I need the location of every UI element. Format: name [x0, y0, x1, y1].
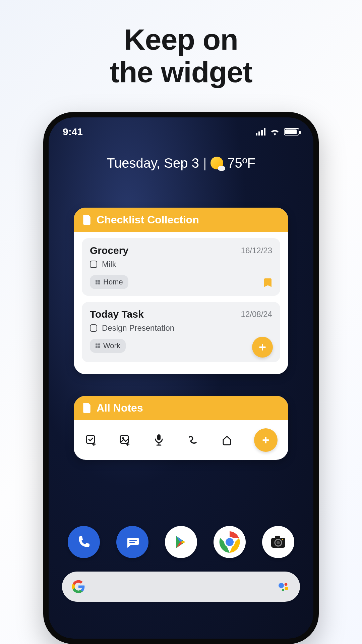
svg-rect-9 — [98, 343, 100, 345]
image-add-icon — [119, 434, 131, 446]
svg-rect-13 — [259, 346, 266, 348]
checklist-widget-header: Checklist Collection — [74, 208, 288, 232]
status-time: 9:41 — [63, 126, 83, 138]
svg-rect-20 — [129, 540, 137, 541]
svg-rect-17 — [157, 434, 161, 440]
svg-point-28 — [277, 541, 280, 544]
note-card-grocery[interactable]: Grocery 16/12/23 Milk Home — [82, 238, 280, 296]
new-note-button[interactable] — [254, 428, 278, 452]
note-title: Today Task — [90, 309, 144, 320]
microphone-icon — [154, 434, 164, 446]
phone-mockup: 9:41 Tuesday, Sep 3 | 75ºF Checklist Col… — [43, 112, 319, 644]
home-icon — [221, 434, 233, 446]
note-checklist-item[interactable]: Design Presentation — [90, 323, 272, 333]
svg-point-32 — [285, 587, 289, 590]
tag-label: Home — [103, 278, 123, 286]
camera-app[interactable] — [262, 526, 294, 558]
status-indicators — [256, 128, 299, 136]
chrome-icon — [218, 530, 242, 554]
phone-home-screen[interactable]: 9:41 Tuesday, Sep 3 | 75ºF Checklist Col… — [49, 117, 313, 639]
date-weather-bar[interactable]: Tuesday, Sep 3 | 75ºF — [49, 156, 313, 171]
app-dock — [49, 526, 313, 558]
headline-line2: the widget — [110, 56, 252, 89]
checklist-add-button[interactable] — [84, 433, 98, 447]
svg-rect-21 — [129, 542, 135, 543]
battery-icon — [284, 128, 299, 136]
svg-rect-8 — [96, 343, 98, 345]
note-item-text: Design Presentation — [102, 323, 174, 333]
cellular-icon — [256, 128, 266, 136]
marketing-headline: Keep on the widget — [110, 23, 252, 89]
document-icon — [82, 215, 91, 225]
scribble-icon — [187, 434, 199, 446]
draw-note-button[interactable] — [186, 433, 200, 447]
status-bar: 9:41 — [49, 117, 313, 138]
all-notes-widget-header: All Notes — [74, 396, 288, 420]
messages-icon — [124, 534, 141, 550]
note-title: Grocery — [90, 245, 128, 256]
headline-line1: Keep on — [110, 23, 252, 56]
phone-app[interactable] — [68, 526, 100, 558]
camera-icon — [269, 533, 287, 551]
grid-icon — [95, 343, 101, 348]
note-card-today-task[interactable]: Today Task 12/08/24 Design Presentation … — [82, 302, 280, 362]
note-date: 16/12/23 — [241, 246, 272, 255]
chrome-app[interactable] — [214, 526, 246, 558]
checkbox-unchecked[interactable] — [90, 324, 97, 332]
checklist-add-icon — [85, 434, 97, 446]
svg-rect-0 — [256, 133, 257, 136]
add-note-button[interactable] — [252, 337, 273, 358]
svg-rect-7 — [98, 282, 100, 284]
checklist-widget[interactable]: Checklist Collection Grocery 16/12/23 Mi… — [74, 208, 288, 374]
svg-point-29 — [282, 539, 283, 540]
svg-rect-3 — [264, 128, 265, 136]
quick-action-row — [74, 420, 288, 460]
home-button[interactable] — [220, 433, 234, 447]
plus-icon — [257, 342, 267, 352]
voice-note-button[interactable] — [152, 433, 166, 447]
tag-work[interactable]: Work — [90, 339, 126, 353]
checkbox-unchecked[interactable] — [90, 261, 97, 268]
svg-rect-26 — [275, 536, 280, 538]
play-store-app[interactable] — [165, 526, 197, 558]
svg-rect-14 — [86, 435, 95, 443]
note-date: 12/08/24 — [241, 310, 272, 319]
svg-rect-1 — [258, 131, 260, 136]
document-icon — [82, 403, 91, 413]
svg-rect-10 — [96, 346, 98, 348]
all-notes-widget-title: All Notes — [97, 402, 143, 414]
svg-rect-6 — [96, 282, 98, 284]
weather-sun-icon — [210, 157, 223, 169]
note-item-text: Milk — [102, 260, 116, 269]
tag-label: Work — [103, 341, 120, 350]
messages-app[interactable] — [116, 526, 148, 558]
image-add-button[interactable] — [118, 433, 132, 447]
svg-point-16 — [122, 437, 124, 439]
svg-rect-2 — [261, 130, 263, 136]
divider: | — [203, 156, 206, 171]
plus-icon — [260, 435, 271, 445]
tag-home[interactable]: Home — [90, 275, 128, 289]
google-logo-icon — [71, 580, 85, 594]
svg-point-31 — [285, 583, 288, 586]
temperature: 75ºF — [227, 156, 255, 171]
grid-icon — [95, 279, 101, 285]
svg-point-30 — [279, 583, 284, 588]
svg-point-33 — [282, 589, 284, 591]
checklist-widget-title: Checklist Collection — [97, 214, 199, 226]
all-notes-widget[interactable]: All Notes — [74, 396, 288, 460]
svg-rect-4 — [96, 280, 98, 282]
play-store-icon — [173, 534, 189, 550]
svg-rect-19 — [262, 439, 269, 441]
phone-icon — [76, 534, 92, 550]
google-assistant-icon[interactable] — [277, 580, 291, 594]
svg-rect-5 — [98, 280, 100, 282]
svg-rect-11 — [98, 346, 100, 348]
wifi-icon — [270, 128, 280, 136]
google-search-bar[interactable] — [62, 572, 300, 602]
date-text: Tuesday, Sep 3 — [107, 156, 199, 171]
note-checklist-item[interactable]: Milk — [90, 260, 272, 269]
